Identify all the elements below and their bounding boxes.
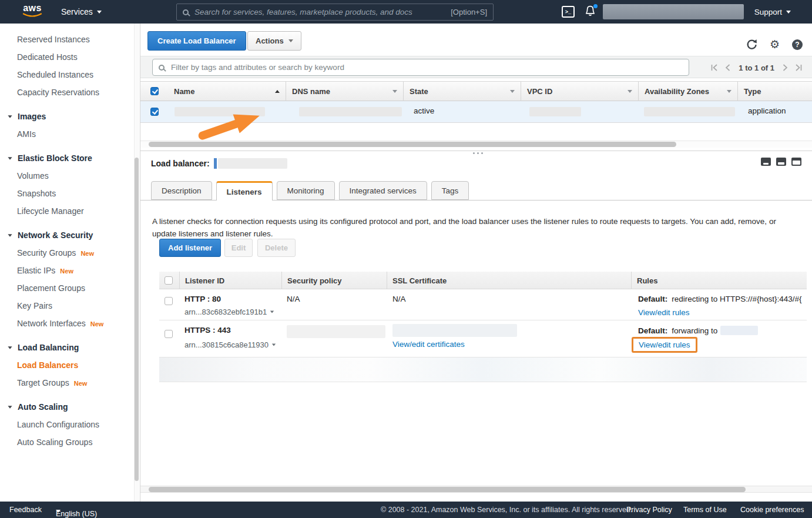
pane-small-icon[interactable] <box>761 158 771 166</box>
panel-splitter-handle[interactable] <box>473 152 483 154</box>
tab-description[interactable]: Description <box>151 181 212 200</box>
filter-input[interactable] <box>170 62 683 72</box>
filter-search-box[interactable] <box>152 59 689 76</box>
sidebar-item-label: Network Interfaces <box>17 319 86 328</box>
listener-row-checkbox[interactable] <box>165 330 173 338</box>
new-badge: New <box>74 380 88 387</box>
column-header-vpc-id[interactable]: VPC ID <box>521 82 638 101</box>
new-badge: New <box>80 250 94 257</box>
section-collapse-caret-icon <box>8 157 12 160</box>
filter-caret-icon[interactable] <box>392 90 397 93</box>
services-menu[interactable]: Services <box>61 0 102 24</box>
terms-of-use-link[interactable]: Terms of Use <box>683 506 727 514</box>
lb-name-redacted <box>175 107 265 116</box>
privacy-policy-link[interactable]: Privacy Policy <box>626 506 672 514</box>
tab-integrated-services[interactable]: Integrated services <box>339 181 427 200</box>
gear-icon[interactable]: ⚙ <box>770 39 780 50</box>
add-listener-button[interactable]: Add listener <box>159 239 221 257</box>
sidebar-item-key-pairs[interactable]: Key Pairs <box>0 297 140 315</box>
sidebar-section-elastic-block-store[interactable]: Elastic Block Store <box>0 149 140 167</box>
listener-arn-dropdown[interactable]: arn...83c6832ebfc191b1 <box>184 308 274 316</box>
listener-row-checkbox[interactable] <box>165 297 173 305</box>
column-header-state[interactable]: State <box>403 82 521 101</box>
sidebar-item-capacity-reservations[interactable]: Capacity Reservations <box>0 83 140 101</box>
search-icon <box>159 65 165 71</box>
sidebar-item-scheduled-instances[interactable]: Scheduled Instances <box>0 66 140 83</box>
prev-page-button[interactable] <box>725 64 730 71</box>
cloudshell-icon[interactable]: >_ <box>562 6 575 18</box>
column-header-availability-zones[interactable]: Availability Zones <box>638 82 737 101</box>
last-page-button[interactable] <box>794 64 803 71</box>
aws-logo[interactable]: aws <box>22 4 42 18</box>
notifications-bell-icon[interactable] <box>585 5 597 18</box>
first-page-button[interactable] <box>710 64 719 71</box>
sidebar-item-elastic-ips[interactable]: Elastic IPsNew <box>0 262 140 279</box>
sidebar-item-load-balancers[interactable]: Load Balancers <box>0 356 140 374</box>
select-all-listeners-checkbox[interactable] <box>165 276 173 285</box>
sidebar-section-images[interactable]: Images <box>0 108 140 125</box>
pane-layout-controls <box>761 158 801 166</box>
lb-table-row[interactable]: active application <box>140 101 812 123</box>
sidebar-item-placement-groups[interactable]: Placement Groups <box>0 279 140 297</box>
column-header-dns-name[interactable]: DNS name <box>286 82 403 101</box>
sidebar-section-load-balancing[interactable]: Load Balancing <box>0 339 140 356</box>
scrollbar-thumb[interactable] <box>149 142 676 147</box>
lb-state-value: active <box>414 106 434 115</box>
sidebar-item-snapshots[interactable]: Snapshots <box>0 185 140 202</box>
help-icon[interactable]: ? <box>792 39 803 50</box>
create-load-balancer-button[interactable]: Create Load Balancer <box>147 31 246 51</box>
refresh-icon[interactable] <box>746 39 757 50</box>
view-edit-rules-link[interactable]: View/edit rules <box>638 308 690 317</box>
sidebar-item-target-groups[interactable]: Target GroupsNew <box>0 374 140 392</box>
pane-large-icon[interactable] <box>791 158 801 166</box>
sidebar-item-volumes[interactable]: Volumes <box>0 167 140 185</box>
row-checkbox[interactable] <box>150 108 159 116</box>
pane-medium-icon[interactable] <box>776 158 786 166</box>
actions-dropdown-button[interactable]: Actions <box>247 31 301 51</box>
tab-listeners[interactable]: Listeners <box>216 181 273 200</box>
column-header-name[interactable]: Name <box>168 82 286 101</box>
sidebar-item-lifecycle-manager[interactable]: Lifecycle Manager <box>0 202 140 220</box>
column-label: Listener ID <box>185 276 224 285</box>
pagination: 1 to 1 of 1 <box>710 56 803 79</box>
sidebar-item-dedicated-hosts[interactable]: Dedicated Hosts <box>0 48 140 66</box>
feedback-link[interactable]: Feedback <box>9 506 42 514</box>
tab-tags[interactable]: Tags <box>431 181 469 200</box>
global-search-input[interactable] <box>193 7 446 17</box>
sidebar-item-label: Target Groups <box>17 378 69 387</box>
listener-arn-dropdown[interactable]: arn...30815c6ca8e11930 <box>184 340 276 349</box>
filter-caret-icon[interactable] <box>727 90 732 93</box>
sidebar-item-amis[interactable]: AMIs <box>0 125 140 143</box>
sidebar-scrollbar <box>134 24 139 502</box>
scrollbar-thumb[interactable] <box>149 487 746 492</box>
sidebar-item-network-interfaces[interactable]: Network InterfacesNew <box>0 315 140 332</box>
account-name-redacted[interactable] <box>603 4 744 19</box>
next-page-button[interactable] <box>783 64 788 71</box>
cookie-preferences-link[interactable]: Cookie preferences <box>740 506 804 514</box>
view-edit-certificates-link[interactable]: View/edit certificates <box>392 340 465 349</box>
chevron-down-icon <box>270 311 274 313</box>
filter-caret-icon[interactable] <box>510 90 515 93</box>
sidebar-item-security-groups[interactable]: Security GroupsNew <box>0 244 140 262</box>
sidebar-item-launch-configurations[interactable]: Launch Configurations <box>0 416 140 433</box>
sidebar-section-auto-scaling[interactable]: Auto Scaling <box>0 398 140 416</box>
tab-monitoring[interactable]: Monitoring <box>277 181 335 200</box>
support-menu[interactable]: Support <box>754 0 791 24</box>
column-label: SSL Certificate <box>392 276 447 285</box>
listener-row-http[interactable]: HTTP : 80 arn...83c6832ebfc191b1 N/A N/A… <box>159 289 807 320</box>
sidebar-item-auto-scaling-groups[interactable]: Auto Scaling Groups <box>0 433 140 451</box>
select-all-checkbox[interactable] <box>150 87 159 95</box>
view-edit-rules-link[interactable]: View/edit rules <box>639 340 690 349</box>
sidebar-section-network-security[interactable]: Network & Security <box>0 226 140 244</box>
sidebar-item-reserved-instances[interactable]: Reserved Instances <box>0 31 140 48</box>
listener-row-https[interactable]: HTTPS : 443 arn...30815c6ca8e11930 View/… <box>159 320 807 357</box>
detail-header: Load balancer: <box>151 158 287 169</box>
sidebar-scrollbar-thumb[interactable] <box>135 158 139 481</box>
column-header-type[interactable]: Type <box>737 82 812 101</box>
edit-button[interactable]: Edit <box>224 239 253 257</box>
sort-asc-icon <box>275 90 280 93</box>
filter-caret-icon[interactable] <box>628 90 632 93</box>
pagination-label: 1 to 1 of 1 <box>739 64 774 72</box>
delete-button[interactable]: Delete <box>257 239 296 257</box>
global-search-box[interactable]: [Option+S] <box>176 4 494 21</box>
